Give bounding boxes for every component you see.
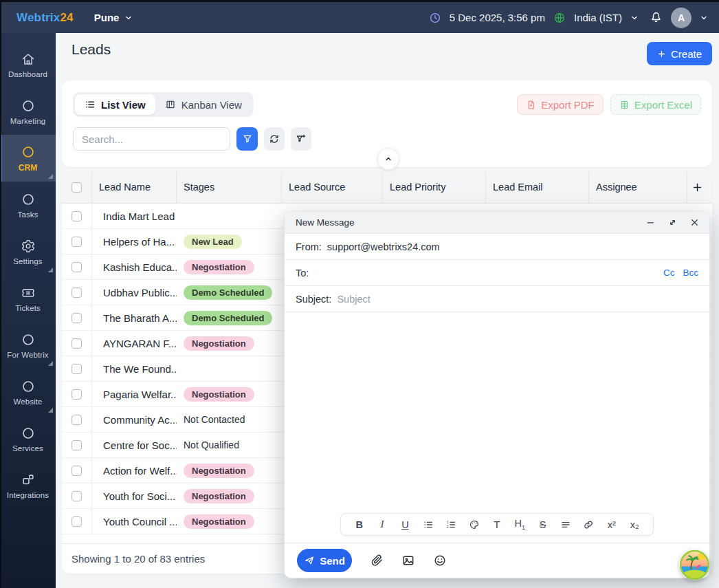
chevron-down-icon [124, 14, 133, 22]
advanced-filter-button[interactable] [291, 127, 311, 151]
collapse-panel-button[interactable] [377, 148, 399, 170]
sidebar-item-services[interactable]: Services [0, 415, 56, 462]
format-subscript-button[interactable]: x₂ [627, 516, 642, 534]
svg-text:2: 2 [447, 525, 449, 529]
filter-button[interactable] [236, 127, 258, 151]
sidebar-item-tickets[interactable]: Tickets [0, 275, 56, 322]
table-header: Lead Name Stages Lead Source Lead Priori… [62, 171, 712, 204]
close-icon[interactable] [689, 217, 700, 228]
format-superscript-button[interactable]: x² [604, 516, 619, 534]
sidebar-item-for-webtrix[interactable]: For Webtrix [0, 322, 56, 369]
format-strikethrough-button[interactable]: S [535, 516, 551, 534]
search-input[interactable] [73, 127, 230, 151]
format-link-button[interactable] [581, 516, 596, 534]
stage-badge: New Lead [184, 235, 242, 249]
bell-icon[interactable] [650, 11, 663, 24]
sidebar-item-marketing[interactable]: Marketing [0, 88, 56, 135]
lead-name: Youth for Soci... [92, 483, 177, 508]
sidebar-item-dashboard[interactable]: Dashboard [0, 41, 56, 88]
row-checkbox[interactable] [71, 364, 82, 374]
row-checkbox[interactable] [71, 466, 82, 476]
column-header-lead-email[interactable]: Lead Email [486, 171, 589, 203]
image-icon [401, 554, 415, 567]
attach-file-button[interactable] [370, 554, 384, 567]
stage-badge: Demo Scheduled [184, 285, 272, 300]
format-heading-1-button[interactable]: H1 [512, 516, 527, 534]
column-header-lead-priority[interactable]: Lead Priority [383, 171, 486, 203]
format-palette-button[interactable] [467, 516, 482, 534]
format-bullet-list-button[interactable] [421, 516, 436, 534]
export-excel-button[interactable]: Export Excel [610, 94, 701, 115]
export-pdf-button[interactable]: Export PDF [517, 94, 604, 115]
tab-list-view[interactable]: List View [75, 94, 155, 115]
stage-label: Not Contacted [184, 414, 245, 425]
sidebar-item-tasks[interactable]: Tasks [0, 182, 56, 228]
row-checkbox[interactable] [71, 491, 82, 501]
brand-logo[interactable]: Webtrix24 [16, 11, 74, 25]
refresh-icon [269, 133, 280, 144]
subject-row: Subject: [285, 286, 709, 312]
circle-icon [21, 426, 36, 441]
bcc-link[interactable]: Bcc [683, 268, 698, 278]
lead-name: The Bharath A... [92, 305, 177, 330]
column-header-lead-name[interactable]: Lead Name [92, 171, 177, 203]
sidebar-item-integrations[interactable]: Integrations [0, 462, 56, 509]
timezone-picker[interactable]: India (IST) [574, 12, 622, 23]
format-underline-button[interactable]: U [397, 516, 412, 534]
expand-icon[interactable] [667, 217, 678, 228]
format-italic-button[interactable]: I [375, 516, 390, 534]
sidebar-item-crm[interactable]: CRM [0, 135, 56, 182]
row-checkbox[interactable] [71, 262, 82, 272]
avatar[interactable]: A [671, 8, 692, 28]
format-text-button[interactable]: T [489, 516, 505, 534]
cc-link[interactable]: Cc [663, 268, 675, 278]
row-checkbox[interactable] [71, 389, 82, 400]
column-header-assignee[interactable]: Assignee [589, 171, 687, 203]
modal-header[interactable]: New Message [285, 212, 709, 234]
tab-kanban-view[interactable]: Kanban View [155, 94, 252, 115]
circle-icon [21, 332, 36, 347]
row-checkbox[interactable] [71, 415, 82, 425]
row-checkbox[interactable] [71, 313, 82, 323]
clock-icon [429, 12, 441, 24]
lead-name: Pagaria Welfar... [92, 382, 177, 406]
location-picker[interactable]: Pune [94, 12, 133, 23]
add-column-button[interactable] [690, 180, 705, 195]
from-row: From: support@webtrixs24.com [285, 234, 709, 260]
chevron-up-icon [384, 154, 393, 164]
lead-stage-cell: Not Qualified [177, 433, 282, 457]
sidebar-item-settings[interactable]: Settings [0, 228, 56, 275]
chevron-down-icon[interactable] [630, 14, 639, 22]
help-widget-button[interactable] [679, 549, 710, 580]
row-checkbox[interactable] [71, 237, 82, 247]
submenu-indicator [48, 174, 53, 179]
minimize-icon[interactable] [645, 217, 656, 228]
create-button[interactable]: Create [647, 42, 712, 65]
insert-image-button[interactable] [401, 554, 415, 567]
row-checkbox[interactable] [71, 338, 82, 349]
refresh-button[interactable] [264, 127, 285, 151]
sidebar-item-website[interactable]: Website [0, 369, 56, 415]
new-message-modal: New Message From: support@webtrixs24.com… [284, 211, 710, 578]
insert-emoji-button[interactable] [433, 554, 447, 567]
format-bold-button[interactable]: B [352, 516, 367, 534]
format-align-button[interactable] [558, 516, 573, 534]
send-button[interactable]: Send [297, 549, 352, 572]
lead-stage-cell: Negostiation [177, 483, 282, 508]
subject-input[interactable] [337, 294, 698, 305]
message-body-editor[interactable]: BIU12TH1Sx²x₂ [285, 312, 709, 543]
chevron-down-icon[interactable] [700, 14, 708, 22]
row-checkbox[interactable] [71, 516, 82, 527]
select-all-checkbox[interactable] [71, 182, 82, 193]
lead-stage-cell: Negostiation [177, 254, 282, 279]
row-checkbox[interactable] [71, 211, 82, 221]
ticket-icon [21, 285, 36, 301]
subject-label: Subject: [296, 294, 331, 305]
format-ordered-list-button[interactable]: 12 [443, 516, 458, 534]
row-checkbox[interactable] [71, 440, 82, 450]
row-checkbox[interactable] [71, 287, 82, 298]
column-header-stages[interactable]: Stages [177, 171, 282, 203]
column-header-lead-source[interactable]: Lead Source [282, 171, 383, 203]
modal-footer: Send [285, 543, 709, 578]
to-input[interactable] [314, 268, 663, 279]
